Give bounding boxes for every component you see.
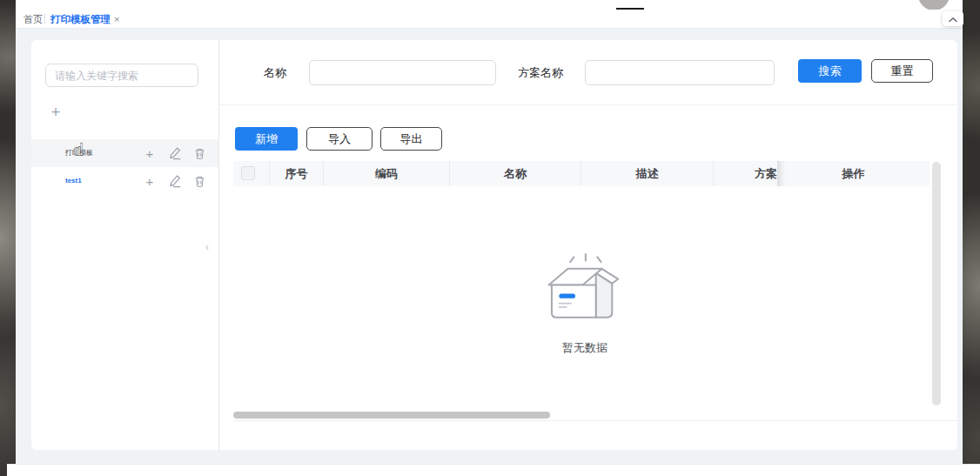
desktop-background: 首页 打印模板管理× + 打印模板 + test1 + ☝ ‹ 名称	[0, 0, 980, 476]
filter-section-divider	[219, 104, 957, 105]
column-header-code: 编码	[324, 161, 450, 186]
scheme-name-input[interactable]	[585, 60, 775, 85]
tree-edit-icon[interactable]	[168, 174, 182, 188]
select-all-checkbox[interactable]	[241, 166, 255, 180]
top-strip	[16, 0, 963, 10]
content-card	[31, 40, 957, 450]
mouse-hand-cursor-icon: ☝	[73, 139, 84, 160]
tab-close-icon[interactable]: ×	[114, 14, 119, 24]
table-vertical-scrollbar[interactable]	[932, 162, 941, 406]
empty-box-icon	[547, 249, 623, 329]
name-input[interactable]	[309, 60, 496, 85]
column-header-index: 序号	[270, 161, 324, 186]
column-header-description: 描述	[581, 161, 714, 186]
add-button[interactable]: 新增	[235, 127, 298, 151]
sidebar-add-root-button[interactable]: +	[47, 103, 64, 122]
bottom-strip	[7, 464, 980, 476]
column-header-operations: 操作	[777, 161, 930, 186]
tree-delete-icon[interactable]	[192, 146, 206, 160]
column-header-scheme: 方案	[714, 161, 777, 186]
tab-label: 打印模板管理	[50, 14, 111, 24]
import-button[interactable]: 导入	[306, 127, 373, 151]
name-field-label: 名称	[264, 60, 286, 85]
export-button[interactable]: 导出	[380, 127, 442, 151]
table-horizontal-scrollbar[interactable]	[233, 412, 550, 419]
breadcrumb-tab-bar	[16, 10, 963, 29]
tree-add-icon[interactable]: +	[143, 146, 157, 160]
tree-item-test1[interactable]: test1 +	[31, 167, 218, 195]
tree-add-icon[interactable]: +	[143, 174, 157, 188]
sidebar-search-input[interactable]	[45, 64, 198, 87]
tree-delete-icon[interactable]	[192, 174, 206, 188]
collapse-header-button[interactable]	[943, 11, 963, 26]
tree-item-label[interactable]: test1	[65, 167, 82, 195]
tree-edit-icon[interactable]	[168, 146, 182, 160]
column-header-name: 名称	[450, 161, 581, 186]
scheme-name-field-label: 方案名称	[518, 60, 563, 85]
tab-print-template-management[interactable]: 打印模板管理×	[50, 10, 119, 29]
chevron-up-icon	[948, 11, 958, 27]
breadcrumb-home[interactable]: 首页	[23, 10, 43, 29]
table-bottom-border	[233, 420, 957, 421]
breadcrumb-divider	[44, 14, 45, 23]
sidebar-divider	[218, 40, 219, 450]
empty-data-text: 暂无数据	[524, 340, 646, 356]
tree-item-print-template[interactable]: 打印模板 +	[31, 139, 218, 167]
search-button[interactable]: 搜索	[798, 59, 862, 83]
reset-button[interactable]: 重置	[871, 59, 933, 83]
sidebar-collapse-icon[interactable]: ‹	[205, 241, 209, 253]
